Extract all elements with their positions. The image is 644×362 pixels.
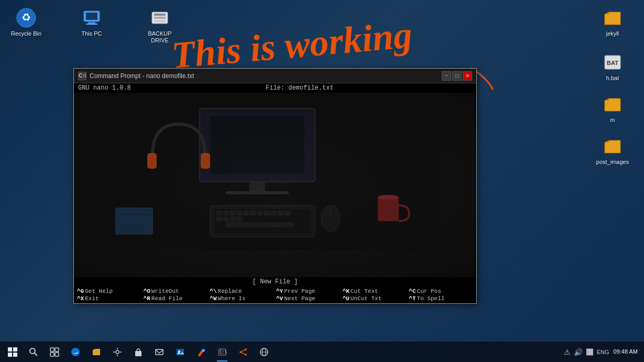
shortcut-where-is: ^W Where Is: [209, 295, 275, 302]
shortcut-cut-text: ^K Cut Text: [342, 288, 408, 295]
post-images-label: post_images: [596, 159, 629, 166]
m-folder-icon: [602, 94, 623, 115]
svg-point-10: [163, 14, 166, 16]
desktop-icon-recycle-bin[interactable]: ♻ Recycle Bin: [5, 5, 47, 39]
desktop-icon-m-folder[interactable]: m: [592, 92, 634, 126]
nano-shortcuts: ^G Get Help ^O WriteOut ^\ Replace ^Y Pr…: [74, 287, 476, 303]
svg-rect-47: [13, 347, 17, 352]
svg-point-56: [71, 348, 80, 356]
svg-rect-8: [154, 17, 166, 19]
h-bat-label: h.bat: [606, 75, 619, 82]
nano-editor-area[interactable]: [74, 93, 476, 277]
desktop-icon-backup-drive[interactable]: BACKUP DRIVE: [139, 5, 181, 46]
cmd-icon: C:\: [78, 72, 86, 80]
minimize-button[interactable]: −: [442, 71, 451, 81]
shortcut-get-help: ^G Get Help: [76, 288, 143, 295]
svg-rect-9: [154, 20, 166, 22]
svg-rect-23: [230, 211, 235, 215]
svg-rect-24: [237, 211, 242, 215]
svg-rect-28: [264, 211, 269, 215]
m-folder-label: m: [610, 117, 615, 124]
cmd-title: Command Prompt - nano demofile.txt: [90, 72, 442, 80]
desktop-icon-h-bat[interactable]: BAT h.bat: [592, 50, 634, 84]
svg-line-69: [241, 352, 246, 355]
svg-rect-30: [278, 211, 283, 215]
window-controls: − □ ✕: [442, 71, 472, 81]
desktop-icon-this-pc[interactable]: This PC: [71, 5, 113, 39]
this-pc-label: This PC: [81, 30, 102, 37]
network-icon: ⚠: [564, 348, 571, 356]
shortcut-exit: ^X Exit: [76, 295, 143, 302]
backup-drive-label: BACKUP DRIVE: [148, 30, 171, 44]
nano-newfile-status: [ New File ]: [74, 277, 476, 287]
shortcut-writeout: ^O WriteOut: [143, 288, 209, 295]
svg-text:BAT: BAT: [607, 60, 618, 66]
svg-line-51: [35, 353, 37, 356]
svg-rect-5: [86, 24, 97, 25]
battery-icon: ⬜: [586, 348, 594, 356]
nano-placeholder: [468, 84, 472, 92]
cmd-titlebar: C:\ Command Prompt - nano demofile.txt −…: [74, 69, 476, 83]
svg-text:♻: ♻: [21, 12, 31, 23]
svg-rect-53: [55, 348, 59, 352]
start-button[interactable]: [2, 342, 23, 363]
svg-text:C:\: C:\: [220, 350, 227, 355]
speaker-icon: 🔊: [574, 348, 583, 356]
svg-rect-27: [257, 211, 263, 215]
this-pc-icon: [81, 7, 102, 28]
taskbar-file-explorer[interactable]: [86, 342, 107, 363]
taskbar-photos[interactable]: [170, 342, 191, 363]
svg-rect-52: [50, 348, 54, 352]
taskbar-mail[interactable]: [149, 342, 170, 363]
svg-rect-55: [55, 353, 59, 356]
taskbar-store[interactable]: [128, 342, 149, 363]
svg-rect-58: [135, 351, 141, 356]
svg-rect-39: [147, 153, 157, 169]
taskbar-browser[interactable]: [254, 342, 275, 363]
taskbar-task-view[interactable]: [44, 342, 65, 363]
svg-rect-35: [237, 217, 242, 221]
nano-filename: File: demofile.txt: [266, 84, 334, 92]
taskbar-edge[interactable]: [65, 342, 86, 363]
svg-rect-48: [8, 353, 12, 357]
svg-rect-46: [8, 347, 12, 352]
taskbar-git[interactable]: [233, 342, 254, 363]
svg-line-68: [241, 349, 246, 352]
svg-rect-40: [201, 153, 210, 169]
cmd-window: C:\ Command Prompt - nano demofile.txt −…: [73, 68, 477, 304]
svg-rect-22: [223, 211, 228, 215]
svg-rect-16: [210, 116, 304, 174]
taskbar-time-display: 09:48 AM: [614, 348, 638, 355]
svg-rect-17: [249, 182, 265, 192]
desk-background-svg: [74, 93, 441, 250]
svg-text:This is working: This is working: [170, 16, 413, 76]
desktop-icon-jekyll[interactable]: jekyll: [592, 5, 634, 39]
recycle-bin-label: Recycle Bin: [11, 30, 41, 37]
h-bat-icon: BAT: [602, 52, 623, 73]
taskbar-clock[interactable]: 09:48 AM: [614, 348, 638, 355]
svg-rect-36: [226, 223, 294, 227]
svg-rect-21: [216, 211, 222, 215]
nano-version: GNU nano 1.0.8: [78, 84, 131, 92]
maximize-button[interactable]: □: [452, 71, 462, 81]
svg-rect-3: [86, 13, 97, 20]
shortcut-next-page: ^V Next Page: [275, 295, 342, 302]
taskbar-settings[interactable]: [107, 342, 128, 363]
jekyll-icon: [602, 7, 623, 28]
language-label: ENG: [597, 349, 609, 355]
taskbar-icons: C:\: [23, 342, 275, 362]
taskbar-search[interactable]: [23, 342, 44, 363]
svg-rect-60: [177, 349, 184, 355]
taskbar-terminal[interactable]: C:\: [212, 342, 233, 363]
svg-point-57: [116, 350, 119, 354]
shortcut-read-file: ^R Read File: [143, 295, 209, 302]
post-images-icon: [602, 136, 623, 157]
close-button[interactable]: ✕: [463, 71, 472, 81]
svg-point-42: [378, 195, 399, 200]
taskbar-paint[interactable]: [191, 342, 212, 363]
svg-rect-31: [285, 211, 290, 215]
systray: ⚠ 🔊 ⬜ ENG: [564, 348, 609, 356]
svg-rect-54: [50, 353, 54, 356]
shortcut-prev-page: ^Y Prev Page: [275, 288, 342, 295]
desktop-icon-post-images[interactable]: post_images: [592, 134, 634, 168]
